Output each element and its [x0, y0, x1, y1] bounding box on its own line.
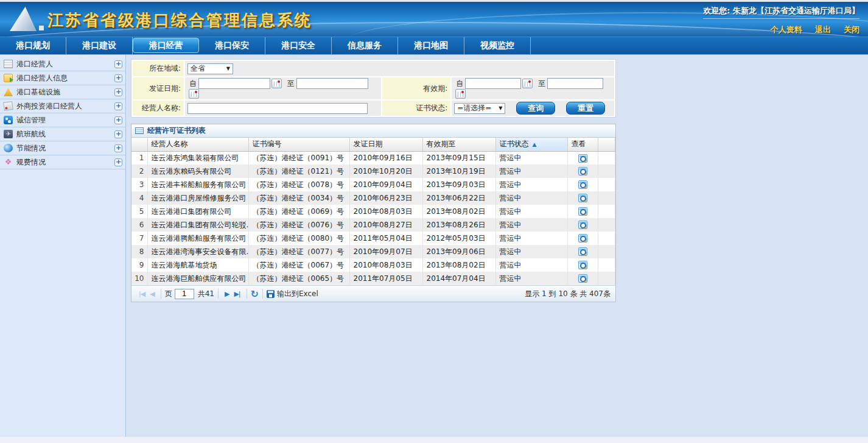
table-row[interactable]: 10 连云港海巨船舶供应有限公司 （苏连）港经证（0065）号 2011年07月…: [131, 272, 615, 285]
col-cert-status[interactable]: 证书状态▲: [495, 138, 567, 151]
cell-filler: [598, 258, 615, 272]
sidebar-item[interactable]: 港口经营人信息 +: [0, 71, 125, 85]
cell-rownum: 5: [131, 205, 147, 218]
table-row[interactable]: 8 连云港港湾海事安全设备有限... （苏连）港经证（0077）号 2010年0…: [131, 245, 615, 258]
table-row[interactable]: 5 连云港港口集团有限公司 （苏连）港经证（0069）号 2010年08月03日…: [131, 205, 615, 218]
cell-issue-date: 2010年08月03日: [349, 258, 422, 272]
table-row[interactable]: 3 连云港丰裕船舶服务有限公司 （苏连）港经证（0078）号 2010年09月0…: [131, 178, 615, 191]
refresh-icon[interactable]: ↻: [251, 288, 259, 300]
nav-tab[interactable]: 港口地图: [398, 37, 464, 54]
col-issue-date[interactable]: 发证日期: [349, 138, 422, 151]
calendar-icon[interactable]: [271, 79, 282, 88]
view-detail-icon[interactable]: [578, 221, 587, 229]
view-detail-icon[interactable]: [578, 261, 587, 269]
expand-button[interactable]: +: [114, 102, 122, 110]
region-select[interactable]: 全省 ▼: [187, 63, 233, 74]
table-row[interactable]: 6 连云港港口集团有限公司轮驳... （苏连）港经证（0076）号 2010年0…: [131, 218, 615, 232]
col-cert-no[interactable]: 证书编号: [248, 138, 349, 151]
last-page-icon[interactable]: ▶|: [234, 290, 240, 298]
col-view: 查看: [567, 138, 598, 151]
sidebar-item[interactable]: 规费情况 +: [0, 155, 125, 169]
header-link[interactable]: 退出: [815, 25, 831, 34]
expand-button[interactable]: +: [114, 130, 122, 138]
cell-rownum: 9: [131, 258, 147, 272]
main-area: 所在地域: 全省 ▼ 发证日期: 自 至 有效期:: [126, 55, 868, 437]
view-detail-icon[interactable]: [578, 180, 587, 189]
calendar-icon[interactable]: [189, 89, 199, 99]
reset-button[interactable]: 重置: [566, 102, 605, 115]
issue-to-label: 至: [287, 79, 295, 88]
prev-page-icon[interactable]: ◀: [150, 290, 154, 298]
validity-from-input[interactable]: [465, 78, 521, 89]
cell-issue-date: 2010年09月04日: [349, 178, 422, 191]
sidebar-item[interactable]: 诚信管理 +: [0, 113, 125, 127]
cell-rownum: 8: [131, 245, 147, 258]
sidebar-item[interactable]: 节能情况 +: [0, 141, 125, 155]
expand-button[interactable]: +: [114, 144, 122, 152]
expand-button[interactable]: +: [114, 74, 122, 82]
cell-cert-no: （苏连）港经证（0121）号: [248, 165, 349, 178]
table-row[interactable]: 1 连云港东鸿集装箱有限公司 （苏连）港经证（0091）号 2010年09月16…: [131, 151, 615, 165]
view-detail-icon[interactable]: [578, 247, 587, 256]
col-operator-name[interactable]: 经营人名称: [147, 138, 248, 151]
nav-tab[interactable]: 港口建设: [66, 37, 133, 54]
export-excel-button[interactable]: 输出到Excel: [267, 289, 318, 299]
nav-tab[interactable]: 港口安全: [265, 37, 332, 54]
nav-tab[interactable]: 信息服务: [332, 37, 398, 54]
table-row[interactable]: 4 连云港港口房屋维修服务公司 （苏连）港经证（0034）号 2010年06月2…: [131, 191, 615, 205]
bottom-strip: [0, 437, 868, 443]
next-page-icon[interactable]: ▶: [225, 290, 229, 298]
sort-asc-icon: ▲: [533, 141, 537, 147]
table-row[interactable]: 7 连云港港腾船舶服务有限公司 （苏连）港经证（0080）号 2011年05月0…: [131, 232, 615, 245]
header-link[interactable]: 个人资料: [771, 25, 802, 34]
region-label: 所在地域:: [133, 61, 184, 76]
license-list-titlebar: 经营许可证书列表: [131, 124, 615, 138]
first-page-icon[interactable]: |◀: [139, 290, 145, 298]
view-detail-icon[interactable]: [578, 274, 587, 283]
expand-button[interactable]: +: [114, 60, 122, 68]
expand-button[interactable]: +: [114, 158, 122, 166]
nav-tab[interactable]: 视频监控: [464, 37, 531, 54]
calendar-icon[interactable]: [455, 89, 466, 99]
cell-cert-no: （苏连）港经证（0067）号: [248, 258, 349, 272]
calendar-icon[interactable]: [522, 79, 533, 88]
view-detail-icon[interactable]: [578, 234, 587, 243]
cell-operator-name: 连云港港腾船舶服务有限公司: [147, 232, 248, 245]
sidebar-item[interactable]: 港口基础设施 +: [0, 85, 125, 99]
cell-rownum: 3: [131, 178, 147, 191]
expand-button[interactable]: +: [114, 116, 122, 124]
pager-summary: 显示 1 到 10 条 共 407条: [525, 289, 611, 299]
view-detail-icon[interactable]: [578, 167, 587, 175]
cert-status-select[interactable]: =请选择= ▼: [454, 103, 505, 114]
page-number-input[interactable]: [175, 289, 194, 299]
table-row[interactable]: 9 连云港海航基地货场 （苏连）港经证（0067）号 2010年08月03日 2…: [131, 258, 615, 272]
cell-rownum: 7: [131, 232, 147, 245]
header-link[interactable]: 关闭: [844, 25, 859, 34]
nav-tab[interactable]: 港口保安: [199, 37, 265, 54]
sidebar-item-label: 规费情况: [16, 157, 114, 168]
folder-export-icon: [4, 74, 13, 82]
sidebar-item[interactable]: 外商投资港口经营人 +: [0, 99, 125, 113]
nav-tab[interactable]: 港口规划: [0, 37, 66, 54]
pager-divider: [262, 289, 263, 299]
query-button[interactable]: 查询: [516, 102, 555, 115]
nav-tab[interactable]: 港口经营: [133, 38, 199, 53]
issue-date-to-input[interactable]: [296, 78, 368, 89]
cell-valid-until: 2013年08月02日: [422, 258, 495, 272]
validity-to-input[interactable]: [547, 78, 603, 89]
issue-date-from-input[interactable]: [198, 78, 270, 89]
sidebar-item[interactable]: 港口经营人 +: [0, 57, 125, 71]
view-detail-icon[interactable]: [578, 207, 587, 216]
sidebar-item[interactable]: 航班航线 +: [0, 127, 125, 141]
sidebar-item-label: 外商投资港口经营人: [16, 101, 114, 112]
table-row[interactable]: 2 连云港东粮码头有限公司 （苏连）港经证（0121）号 2010年10月20日…: [131, 165, 615, 178]
operator-name-input[interactable]: [187, 103, 368, 114]
view-detail-icon[interactable]: [578, 154, 587, 163]
cell-filler: [598, 165, 615, 178]
col-valid-until[interactable]: 有效期至: [422, 138, 495, 151]
cell-cert-no: （苏连）港经证（0091）号: [248, 151, 349, 165]
expand-button[interactable]: +: [114, 88, 122, 96]
cell-issue-date: 2011年05月04日: [349, 232, 422, 245]
cell-valid-until: 2013年08月02日: [422, 205, 495, 218]
view-detail-icon[interactable]: [578, 194, 587, 202]
